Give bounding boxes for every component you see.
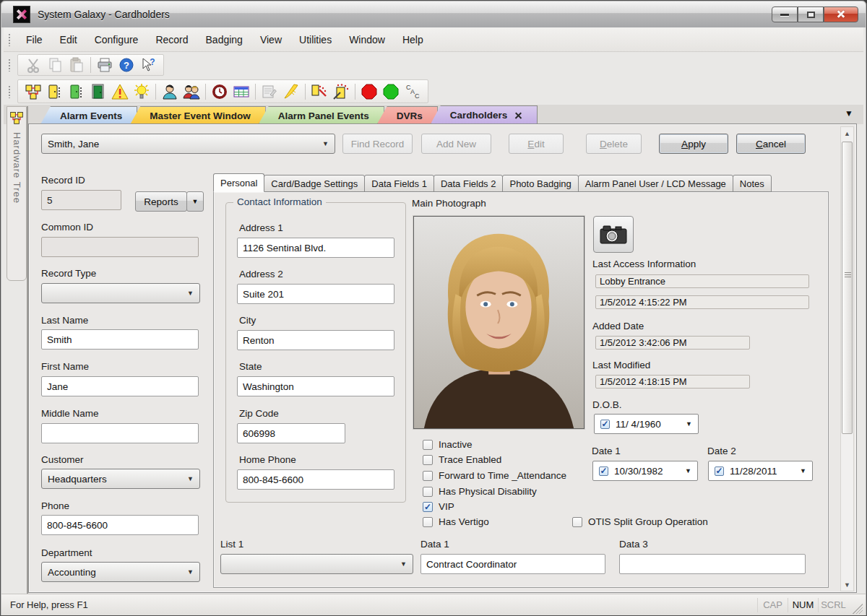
door-groups-button[interactable]: [66, 82, 87, 101]
report-button[interactable]: [259, 82, 280, 101]
cac-button[interactable]: CAC: [402, 82, 423, 101]
data3-field[interactable]: [619, 554, 806, 574]
trace-enabled-checkbox[interactable]: [423, 455, 433, 465]
first-name-field[interactable]: [41, 376, 199, 396]
vip-checkbox[interactable]: [423, 502, 433, 512]
menu-badging[interactable]: Badging: [197, 30, 251, 49]
dob-checkbox[interactable]: [600, 420, 610, 429]
tab-personal[interactable]: Personal: [213, 173, 264, 192]
cut-button[interactable]: [22, 56, 44, 74]
last-name-field[interactable]: [41, 329, 199, 350]
tab-photo-badging[interactable]: Photo Badging: [502, 175, 578, 192]
menu-configure[interactable]: Configure: [86, 30, 147, 49]
list1-combo[interactable]: ▼: [220, 554, 413, 574]
flag-vip[interactable]: VIP: [423, 501, 454, 512]
flag-physical-disability[interactable]: Has Physical Disability: [423, 486, 537, 497]
flag-forward-time-attendance[interactable]: Forward to Time _Attendance: [423, 470, 566, 481]
data1-field[interactable]: [420, 554, 605, 574]
date1-checkbox[interactable]: [599, 467, 608, 476]
delete-button[interactable]: Delete: [586, 134, 642, 154]
inactive-checkbox[interactable]: [423, 440, 433, 450]
address1-field[interactable]: [237, 238, 394, 258]
context-help-button[interactable]: ?: [137, 56, 159, 74]
has-vertigo-checkbox[interactable]: [423, 517, 433, 527]
date2-picker[interactable]: 11/28/2011 ▼: [708, 461, 813, 481]
data-table-button[interactable]: [230, 82, 252, 101]
menu-view[interactable]: View: [251, 30, 290, 49]
go-button[interactable]: [380, 82, 402, 101]
flag-trace-enabled[interactable]: Trace Enabled: [423, 454, 501, 465]
dob-picker[interactable]: 11/ 4/1960 ▼: [594, 414, 699, 434]
hardware-tree-sidebar[interactable]: Hardware Tree: [7, 106, 27, 281]
alarm-warning-button[interactable]: [109, 82, 131, 101]
capture-photo-button[interactable]: [593, 216, 634, 253]
add-new-button[interactable]: Add New: [421, 134, 491, 154]
menu-edit[interactable]: Edit: [51, 30, 86, 49]
badge-wand-button[interactable]: [309, 82, 330, 101]
cardholder-name-combo[interactable]: Smith, Jane ▼: [41, 134, 335, 154]
tab-master-event-window[interactable]: Master Event Window: [130, 106, 265, 124]
reports-dropdown-button[interactable]: ▼: [186, 191, 204, 212]
phone-field[interactable]: [41, 515, 199, 535]
tab-alarm-panel-user[interactable]: Alarm Panel User / LCD Message: [578, 175, 733, 192]
home-phone-field[interactable]: [237, 469, 394, 490]
resize-grip[interactable]: [853, 604, 863, 614]
tab-data-fields-2[interactable]: Data Fields 2: [434, 175, 504, 192]
tab-notes[interactable]: Notes: [733, 175, 772, 192]
close-button[interactable]: [824, 6, 858, 22]
date1-picker[interactable]: 10/30/1982 ▼: [592, 461, 698, 481]
minimize-button[interactable]: [772, 6, 798, 22]
tab-alarm-panel-events[interactable]: Alarm Panel Events: [259, 106, 384, 124]
state-field[interactable]: [237, 376, 394, 396]
edit-button[interactable]: Edit: [509, 134, 564, 154]
scroll-down-icon[interactable]: ▼: [841, 578, 853, 591]
hardware-tree-button[interactable]: [22, 82, 44, 101]
tab-cardholders[interactable]: Cardholders: [431, 105, 538, 124]
flag-inactive[interactable]: Inactive: [423, 439, 473, 450]
address2-field[interactable]: [237, 284, 394, 304]
cardholder-button[interactable]: [159, 82, 181, 101]
physical-disability-checkbox[interactable]: [423, 487, 433, 497]
door-status-button[interactable]: [44, 82, 66, 101]
menu-utilities[interactable]: Utilities: [290, 30, 340, 49]
find-record-button[interactable]: Find Record: [342, 134, 413, 154]
customer-combo[interactable]: Headquarters ▼: [41, 469, 200, 489]
copy-button[interactable]: [44, 56, 66, 74]
signature-button[interactable]: [280, 82, 302, 101]
forward-time-checkbox[interactable]: [423, 471, 433, 481]
restore-button[interactable]: [798, 6, 824, 22]
tab-card-badge-settings[interactable]: Card/Badge Settings: [264, 175, 365, 192]
time-schedule-button[interactable]: [209, 82, 230, 101]
flag-otis-split-group[interactable]: OTIS Split Group Operation: [572, 516, 708, 527]
flag-has-vertigo[interactable]: Has Vertigo: [423, 516, 489, 527]
city-field[interactable]: [237, 330, 394, 350]
tab-alarm-events[interactable]: Alarm Events: [40, 106, 137, 124]
stop-button[interactable]: [358, 82, 380, 101]
department-combo[interactable]: Accounting ▼: [41, 562, 200, 582]
record-type-combo[interactable]: ▼: [41, 283, 200, 303]
apply-button[interactable]: Apply: [659, 134, 728, 154]
cancel-button[interactable]: Cancel: [736, 134, 806, 154]
tab-dvrs[interactable]: DVRs: [377, 106, 438, 124]
badge-sparkle-button[interactable]: [330, 82, 352, 101]
tab-overflow-icon[interactable]: ▼: [845, 108, 853, 118]
vertical-scrollbar[interactable]: ▲ ▼: [840, 126, 854, 591]
alert-bulb-button[interactable]: [131, 82, 152, 101]
menu-record[interactable]: Record: [147, 30, 197, 49]
paste-button[interactable]: [66, 56, 87, 74]
middle-name-field[interactable]: [41, 423, 199, 443]
menu-file[interactable]: File: [17, 30, 51, 49]
tab-data-fields-1[interactable]: Data Fields 1: [364, 175, 434, 192]
menu-help[interactable]: Help: [394, 30, 432, 49]
closed-door-button[interactable]: [87, 82, 109, 101]
cardholders-group-button[interactable]: [181, 82, 202, 101]
date2-checkbox[interactable]: [715, 467, 724, 476]
print-button[interactable]: [94, 56, 116, 74]
close-tab-icon[interactable]: [514, 111, 522, 119]
scrollbar-thumb[interactable]: [842, 142, 853, 434]
scroll-up-icon[interactable]: ▲: [841, 127, 853, 139]
menu-window[interactable]: Window: [340, 30, 394, 49]
otis-checkbox[interactable]: [572, 517, 582, 527]
reports-button[interactable]: Reports: [135, 191, 187, 212]
zip-code-field[interactable]: [237, 423, 345, 443]
